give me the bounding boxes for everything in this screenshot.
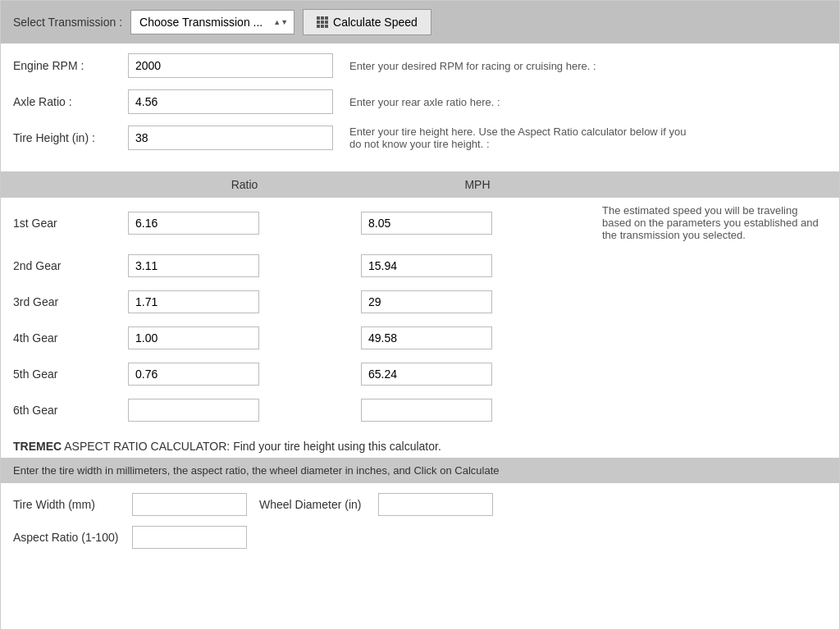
axle-row: Axle Ratio : Enter your rear axle ratio … <box>13 89 827 114</box>
tremec-label: TREMEC <box>13 440 62 453</box>
select-transmission-label: Select Transmission : <box>13 16 122 29</box>
gear-mph-input[interactable] <box>361 212 492 235</box>
gear-name-label: 1st Gear <box>13 217 128 230</box>
gear-row: 2nd Gear <box>13 248 827 284</box>
tire-width-row: Tire Width (mm) Wheel Diameter (in) <box>13 493 827 516</box>
gear-name-label: 4th Gear <box>13 331 128 345</box>
gear-mph-input[interactable] <box>361 399 492 422</box>
calculate-speed-button[interactable]: Calculate Speed <box>303 9 431 35</box>
calculate-speed-label: Calculate Speed <box>333 16 418 29</box>
axle-input[interactable] <box>128 89 333 114</box>
gear-col-header <box>13 178 128 191</box>
aspect-info-bar: Enter the tire width in millimeters, the… <box>1 458 839 483</box>
gear-name-label: 2nd Gear <box>13 259 128 272</box>
header-bar: Select Transmission : Choose Transmissio… <box>1 1 839 43</box>
rpm-hint: Enter your desired RPM for racing or cru… <box>349 60 596 72</box>
gear-row: 6th Gear <box>13 392 827 428</box>
gear-ratio-input[interactable] <box>128 326 259 349</box>
axle-label: Axle Ratio : <box>13 95 128 108</box>
gear-speed-description: The estimated speed you will be travelin… <box>594 204 827 241</box>
gear-name-label: 6th Gear <box>13 404 128 417</box>
gear-ratio-input[interactable] <box>128 290 259 313</box>
grid-icon <box>317 16 328 28</box>
rpm-input[interactable] <box>128 53 333 78</box>
gear-ratio-input[interactable] <box>128 254 259 277</box>
gear-row: 1st GearThe estimated speed you will be … <box>13 198 827 248</box>
gear-ratio-input[interactable] <box>128 399 259 422</box>
aspect-ratio-row: Aspect Ratio (1-100) <box>13 526 827 549</box>
gear-ratio-input[interactable] <box>128 363 259 386</box>
rpm-row: Engine RPM : Enter your desired RPM for … <box>13 53 827 78</box>
mph-col-header: MPH <box>361 178 594 191</box>
rpm-label: Engine RPM : <box>13 59 128 72</box>
tire-label: Tire Height (in) : <box>13 131 128 144</box>
gear-name-label: 5th Gear <box>13 368 128 381</box>
aspect-ratio-label: Aspect Ratio (1-100) <box>13 531 120 544</box>
aspect-title-rest: ASPECT RATIO CALCULATOR: Find your tire … <box>62 440 441 453</box>
transmission-select[interactable]: Choose Transmission ... <box>130 10 294 34</box>
gear-ratio-input[interactable] <box>128 212 259 235</box>
wheel-diameter-input[interactable] <box>378 493 493 516</box>
desc-col-header <box>594 178 827 191</box>
axle-hint: Enter your rear axle ratio here. : <box>349 96 500 108</box>
tire-width-input[interactable] <box>132 493 247 516</box>
gear-row: 4th Gear <box>13 320 827 356</box>
tire-hint: Enter your tire height here. Use the Asp… <box>349 126 694 150</box>
gear-row: 5th Gear <box>13 356 827 392</box>
wheel-diameter-label: Wheel Diameter (in) <box>259 498 366 511</box>
ratio-col-header: Ratio <box>128 178 361 191</box>
form-section: Engine RPM : Enter your desired RPM for … <box>1 43 839 171</box>
gear-mph-input[interactable] <box>361 326 492 349</box>
aspect-title: TREMEC ASPECT RATIO CALCULATOR: Find you… <box>1 428 839 458</box>
aspect-form: Tire Width (mm) Wheel Diameter (in) Aspe… <box>1 483 839 568</box>
gear-mph-input[interactable] <box>361 290 492 313</box>
tire-input[interactable] <box>128 126 333 150</box>
gear-section: 1st GearThe estimated speed you will be … <box>1 198 839 428</box>
gear-row: 3rd Gear <box>13 284 827 320</box>
gear-table-header: Ratio MPH <box>1 171 839 198</box>
gear-mph-input[interactable] <box>361 254 492 277</box>
gear-name-label: 3rd Gear <box>13 295 128 308</box>
aspect-ratio-input[interactable] <box>132 526 247 549</box>
gear-mph-input[interactable] <box>361 363 492 386</box>
tire-width-label: Tire Width (mm) <box>13 498 120 511</box>
transmission-select-wrapper[interactable]: Choose Transmission ... <box>130 10 294 34</box>
tire-row: Tire Height (in) : Enter your tire heigh… <box>13 126 827 150</box>
